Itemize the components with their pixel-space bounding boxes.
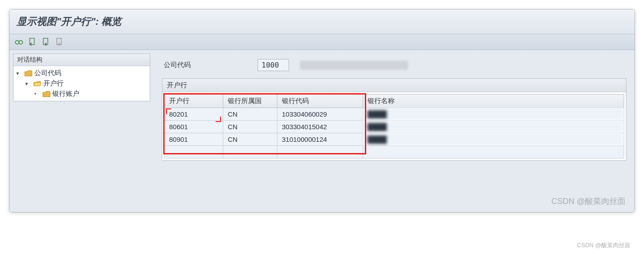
svg-point-1 [19,41,23,44]
tree-label: 公司代码 [34,69,61,77]
tree-header: 对话结构 [14,54,150,66]
form-row: 公司代码 1000 [162,55,626,78]
col-bank-name[interactable]: 银行名称 [363,95,624,108]
folder-open-icon [33,81,41,87]
cell-empty[interactable] [277,146,363,158]
cell-name-redacted: ████ [363,133,624,146]
main-area: 对话结构 ▾ 公司代码 ▾ 开户行 [9,50,635,212]
cell-code[interactable]: 103304060029 [277,108,363,121]
chevron-down-icon[interactable]: ▾ [16,70,23,77]
data-table: 开户行 银行所属国 银行代码 银行名称 80201 CN 10330406002… [164,94,624,158]
glasses-icon[interactable] [14,37,24,47]
cell-country[interactable]: CN [223,121,277,133]
cell-empty[interactable] [363,146,624,158]
toolbar [9,34,635,50]
company-code-label: 公司代码 [164,61,191,69]
table-row[interactable]: 80201 CN 103304060029 ████ [165,108,624,121]
cell-empty[interactable] [165,146,223,158]
folder-closed-icon [24,70,32,77]
tree-node-opening-bank[interactable]: ▾ 开户行 [16,78,147,89]
table-row[interactable]: 80601 CN 303304015042 ████ [165,121,624,133]
tree-node-company-code[interactable]: ▾ 公司代码 [16,68,147,78]
content-area: 公司代码 1000 开户行 开户行 银行所属国 银行代码 银行名称 [154,50,635,212]
page-title: 显示视图"开户行": 概览 [17,15,627,28]
svg-point-0 [15,41,19,44]
col-bank-code[interactable]: 银行代码 [277,95,363,108]
bullet-icon: • [34,91,41,97]
cell-name-redacted: ████ [363,121,624,133]
title-bar: 显示视图"开户行": 概览 [9,9,635,34]
redacted-text [300,61,408,70]
company-code-field[interactable]: 1000 [258,59,289,71]
sidebar: 对话结构 ▾ 公司代码 ▾ 开户行 [9,50,154,212]
tree-label: 开户行 [43,79,64,88]
cell-code[interactable]: 303304015042 [277,121,363,133]
cell-country[interactable]: CN [223,133,277,146]
document-prev-icon[interactable] [41,37,51,47]
cell-code[interactable]: 310100000124 [277,133,363,146]
outer-watermark: CSDN @酸菜肉丝面 [577,241,630,249]
table-row[interactable]: 80901 CN 310100000124 ████ [165,133,624,146]
chevron-down-icon[interactable]: ▾ [25,81,32,87]
tree-panel: 对话结构 ▾ 公司代码 ▾ 开户行 [13,54,150,101]
cell-country[interactable]: CN [223,108,277,121]
sap-window: 显示视图"开户行": 概览 对话结构 ▾ [9,9,635,212]
cell-bank[interactable]: 80901 [165,133,223,146]
svg-rect-5 [57,38,61,45]
cell-bank[interactable]: 80201 [165,108,223,121]
cell-empty[interactable] [223,146,277,158]
section-header: 开户行 [162,79,626,92]
table-header-row: 开户行 银行所属国 银行代码 银行名称 [165,95,624,108]
tree-label: 银行账户 [52,90,79,98]
table-row-empty[interactable] [165,146,624,158]
col-country[interactable]: 银行所属国 [223,95,277,108]
document-first-icon[interactable] [28,37,37,47]
table-section: 开户行 开户行 银行所属国 银行代码 银行名称 [162,78,626,161]
cell-bank[interactable]: 80601 [165,121,223,133]
tree: ▾ 公司代码 ▾ 开户行 • [14,66,150,101]
folder-closed-icon [42,91,51,97]
tree-node-bank-account[interactable]: • 银行账户 [16,89,147,99]
table-wrap: 开户行 银行所属国 银行代码 银行名称 80201 CN 10330406002… [162,92,626,160]
col-bank[interactable]: 开户行 [165,95,223,108]
document-next-icon[interactable] [55,37,64,47]
cell-name-redacted: ████ [363,108,624,121]
